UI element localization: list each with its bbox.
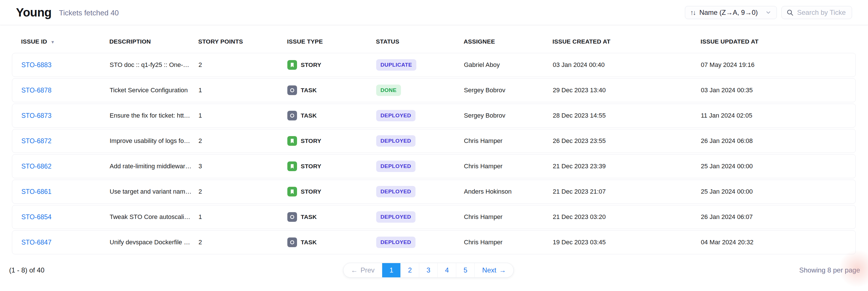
story-points-value: 1 xyxy=(198,213,287,221)
column-header-assignee: ASSIGNEE xyxy=(464,38,553,45)
issue-type-cell: STORY xyxy=(287,161,376,171)
assignee-name: Chris Hamper xyxy=(464,238,553,246)
sort-arrows-icon: ↑↓ xyxy=(690,8,695,17)
issue-created-at: 26 Dec 2023 23:55 xyxy=(553,137,701,144)
story-points-value: 1 xyxy=(198,87,287,94)
issue-id-link[interactable]: STO-6873 xyxy=(21,112,52,119)
page-button-5[interactable]: 5 xyxy=(456,263,474,277)
issue-updated-at: 11 Jan 2024 02:05 xyxy=(701,112,846,119)
assignee-name: Sergey Bobrov xyxy=(464,112,553,119)
table-header-row: ISSUE ID ▼ DESCRIPTION STORY POINTS ISSU… xyxy=(12,38,856,45)
issue-type-label: TASK xyxy=(301,87,317,94)
issue-type-icon xyxy=(287,60,297,70)
assignee-name: Anders Hokinson xyxy=(464,188,553,195)
issue-description: Tweak STO Core autoscaling par... xyxy=(110,213,198,221)
column-header-status: STATUS xyxy=(376,38,464,45)
issue-id-link[interactable]: STO-6854 xyxy=(21,213,52,221)
issue-type-label: STORY xyxy=(301,137,321,144)
story-points-value: 2 xyxy=(198,238,287,246)
status-badge: DEPLOYED xyxy=(376,135,415,147)
issue-type-cell: STORY xyxy=(287,187,376,196)
table-row[interactable]: STO-6883 STO doc :: q1-fy25 :: One-click… xyxy=(12,53,856,77)
issue-id-link[interactable]: STO-6847 xyxy=(21,238,52,246)
issue-id-link[interactable]: STO-6872 xyxy=(21,137,52,144)
issue-updated-at: 25 Jan 2024 00:00 xyxy=(701,188,846,195)
issue-id-link[interactable]: STO-6878 xyxy=(21,87,52,94)
issue-type-cell: TASK xyxy=(287,212,376,222)
page-button-1[interactable]: 1 xyxy=(382,263,400,277)
next-page-button[interactable]: Next → xyxy=(474,263,513,277)
page-title: Young xyxy=(16,6,52,19)
issue-type-label: TASK xyxy=(301,239,317,246)
status-badge: DONE xyxy=(376,85,401,96)
story-points-value: 2 xyxy=(198,137,287,144)
table-row[interactable]: STO-6861 Use target and variant name sea… xyxy=(12,180,856,203)
search-icon xyxy=(786,9,794,16)
table-row[interactable]: STO-6872 Improve usability of logs for f… xyxy=(12,129,856,153)
table-row[interactable]: STO-6878 Ticket Service Configuration 1 … xyxy=(12,78,856,102)
table-row[interactable]: STO-6862 Add rate-limiting middleware to… xyxy=(12,154,856,178)
issue-description: Use target and variant name sear... xyxy=(110,188,198,195)
issue-type-label: STORY xyxy=(301,163,321,170)
arrow-right-icon: → xyxy=(499,266,506,274)
issue-created-at: 21 Dec 2023 23:39 xyxy=(553,163,701,170)
page-button-3[interactable]: 3 xyxy=(419,263,437,277)
issue-type-icon xyxy=(287,187,297,196)
pagination: ← Prev 1 2 3 4 5 Next → xyxy=(343,263,514,278)
page-button-4[interactable]: 4 xyxy=(437,263,456,277)
table-row[interactable]: STO-6854 Tweak STO Core autoscaling par.… xyxy=(12,205,856,229)
issue-type-cell: TASK xyxy=(287,111,376,121)
issue-created-at: 29 Dec 2023 13:40 xyxy=(553,87,701,94)
status-badge: DEPLOYED xyxy=(376,186,415,197)
assignee-name: Chris Hamper xyxy=(464,213,553,221)
issue-type-label: STORY xyxy=(301,62,321,68)
status-badge: DEPLOYED xyxy=(376,237,415,248)
column-header-issue-id[interactable]: ISSUE ID ▼ xyxy=(21,38,110,45)
page-button-2[interactable]: 2 xyxy=(400,263,419,277)
sort-dropdown[interactable]: ↑↓ Name (Z→A, 9→0) xyxy=(685,6,777,19)
tickets-fetched-label: Tickets fetched 40 xyxy=(59,8,119,18)
search-container xyxy=(781,6,852,19)
issue-updated-at: 04 Mar 2024 20:32 xyxy=(701,238,846,246)
column-header-description: DESCRIPTION xyxy=(110,38,198,45)
assignee-name: Gabriel Aboy xyxy=(464,61,553,69)
issue-updated-at: 26 Jan 2024 06:08 xyxy=(701,137,846,144)
per-page-label: Showing 8 per page xyxy=(799,266,860,274)
ticket-table-body: STO-6883 STO doc :: q1-fy25 :: One-click… xyxy=(12,53,856,254)
issue-type-cell: TASK xyxy=(287,86,376,95)
issue-type-icon xyxy=(287,136,297,146)
story-points-value: 1 xyxy=(198,112,287,119)
issue-description: Ensure the fix for ticket: https://h... xyxy=(110,112,198,119)
issue-description: Ticket Service Configuration xyxy=(110,87,198,94)
column-header-story-points: STORY POINTS xyxy=(198,38,287,45)
issue-id-link[interactable]: STO-6861 xyxy=(21,188,52,195)
prev-page-button[interactable]: ← Prev xyxy=(343,263,382,277)
chevron-down-icon xyxy=(761,9,771,15)
issue-id-link[interactable]: STO-6883 xyxy=(21,61,52,69)
issue-created-at: 21 Dec 2023 21:07 xyxy=(553,188,701,195)
status-badge: DUPLICATE xyxy=(376,59,416,71)
issue-updated-at: 25 Jan 2024 00:00 xyxy=(701,163,846,170)
issue-type-icon xyxy=(287,161,297,171)
assignee-name: Chris Hamper xyxy=(464,137,553,144)
table-row[interactable]: STO-6847 Unify devspace Dockerfile build… xyxy=(12,230,856,254)
table-footer: (1 - 8) of 40 ← Prev 1 2 3 4 5 Next → Sh… xyxy=(0,262,868,278)
issue-type-label: TASK xyxy=(301,112,317,119)
column-header-issue-updated-at: ISSUE UPDATED AT xyxy=(701,38,847,45)
ticket-table: ISSUE ID ▼ DESCRIPTION STORY POINTS ISSU… xyxy=(0,38,868,254)
search-input[interactable] xyxy=(797,8,845,17)
sort-descending-icon: ▼ xyxy=(51,40,55,44)
sort-selected-value: Name (Z→A, 9→0) xyxy=(700,8,758,17)
issue-description: Add rate-limiting middleware to S... xyxy=(110,163,198,170)
column-header-issue-created-at: ISSUE CREATED AT xyxy=(553,38,701,45)
table-row[interactable]: STO-6873 Ensure the fix for ticket: http… xyxy=(12,104,856,128)
issue-type-cell: TASK xyxy=(287,237,376,247)
pagination-range-label: (1 - 8) of 40 xyxy=(9,266,44,274)
status-badge: DEPLOYED xyxy=(376,161,415,172)
issue-type-label: TASK xyxy=(301,214,317,220)
issue-type-icon xyxy=(287,212,297,222)
issue-id-link[interactable]: STO-6862 xyxy=(21,163,52,170)
story-points-value: 3 xyxy=(198,163,287,170)
top-header-bar: Young Tickets fetched 40 ↑↓ Name (Z→A, 9… xyxy=(0,0,868,25)
issue-updated-at: 26 Jan 2024 06:07 xyxy=(701,213,846,221)
